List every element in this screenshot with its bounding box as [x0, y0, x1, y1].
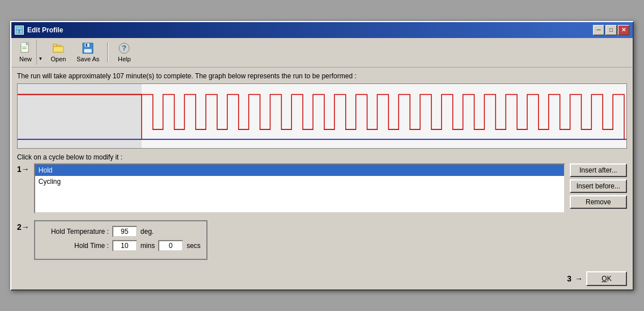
cycle-item-hold[interactable]: Hold: [35, 165, 564, 176]
ok-underline: O: [601, 275, 607, 283]
temp-label: Hold Temperature :: [41, 228, 109, 236]
svg-text:?: ?: [122, 44, 126, 52]
window-icon: [15, 26, 24, 35]
window-title: Edit Profile: [27, 26, 63, 34]
time-mins-input[interactable]: [112, 240, 137, 251]
cycle-item-cycling[interactable]: Cycling: [35, 176, 564, 187]
content-area: The run will take approximately 107 minu…: [11, 68, 633, 268]
new-icon: [19, 42, 32, 54]
insert-before-button[interactable]: Insert before...: [570, 179, 627, 193]
cycle-list[interactable]: Hold Cycling: [34, 163, 565, 213]
title-bar: Edit Profile ─ □ ✕: [11, 22, 633, 38]
remove-button[interactable]: Remove: [570, 195, 627, 209]
time-secs-input[interactable]: [158, 240, 183, 251]
new-button[interactable]: New: [15, 40, 36, 65]
footer: 3 → OK: [11, 268, 633, 289]
close-button[interactable]: ✕: [618, 25, 629, 35]
svg-rect-14: [86, 44, 87, 47]
params-box: Hold Temperature : deg. Hold Time : mins…: [34, 220, 207, 260]
svg-rect-11: [53, 47, 63, 52]
toolbar-separator: [107, 42, 108, 62]
step-number-3: 3: [567, 274, 571, 283]
svg-rect-3: [20, 30, 22, 33]
svg-rect-6: [21, 43, 26, 45]
ok-label-rest: K: [607, 275, 612, 283]
save-as-icon: [81, 42, 95, 54]
temp-unit: deg.: [141, 228, 154, 236]
open-label: Open: [51, 56, 66, 62]
cycle-section-label: Click on a cycle below to modify it :: [17, 153, 627, 161]
svg-rect-8: [22, 48, 27, 49]
edit-profile-window: Edit Profile ─ □ ✕ New: [10, 21, 634, 291]
step-arrow-1: →: [22, 165, 29, 174]
svg-rect-15: [84, 49, 92, 53]
svg-rect-2: [16, 30, 19, 33]
toolbar: New ▼ Open S: [11, 38, 633, 68]
svg-rect-1: [16, 27, 22, 30]
minimize-button[interactable]: ─: [593, 25, 604, 35]
help-button[interactable]: ? Help: [112, 40, 136, 65]
temp-input[interactable]: [112, 226, 137, 237]
ok-button[interactable]: OK: [586, 271, 627, 286]
step-arrow-2: →: [22, 222, 29, 232]
time-row: Hold Time : mins secs: [41, 240, 201, 251]
info-text: The run will take approximately 107 minu…: [17, 72, 627, 80]
save-as-button[interactable]: Save As: [73, 40, 103, 65]
svg-rect-7: [22, 47, 27, 48]
cycle-section: Hold Cycling Insert after... Insert befo…: [34, 163, 627, 213]
help-label: Help: [118, 56, 131, 62]
new-label: New: [19, 56, 32, 62]
mins-unit: mins: [141, 242, 155, 250]
temp-row: Hold Temperature : deg.: [41, 226, 201, 237]
step-number-1: 1: [17, 165, 22, 174]
maximize-button[interactable]: □: [605, 25, 617, 35]
time-label: Hold Time :: [41, 242, 109, 250]
secs-unit: secs: [187, 242, 201, 250]
new-dropdown-arrow[interactable]: ▼: [36, 40, 44, 65]
step-arrow-3: →: [575, 274, 583, 283]
open-button[interactable]: Open: [46, 40, 70, 65]
insert-after-button[interactable]: Insert after...: [570, 163, 627, 177]
graph-area: [17, 83, 627, 149]
window-controls: ─ □ ✕: [593, 25, 629, 35]
graph-svg: [18, 84, 626, 148]
cycle-buttons: Insert after... Insert before... Remove: [570, 163, 627, 213]
open-icon: [52, 42, 65, 54]
save-as-label: Save As: [77, 56, 99, 62]
svg-rect-10: [53, 44, 57, 47]
svg-rect-19: [18, 84, 142, 148]
help-icon: ?: [117, 42, 131, 54]
title-bar-left: Edit Profile: [15, 26, 63, 35]
step-number-2: 2: [17, 222, 22, 232]
